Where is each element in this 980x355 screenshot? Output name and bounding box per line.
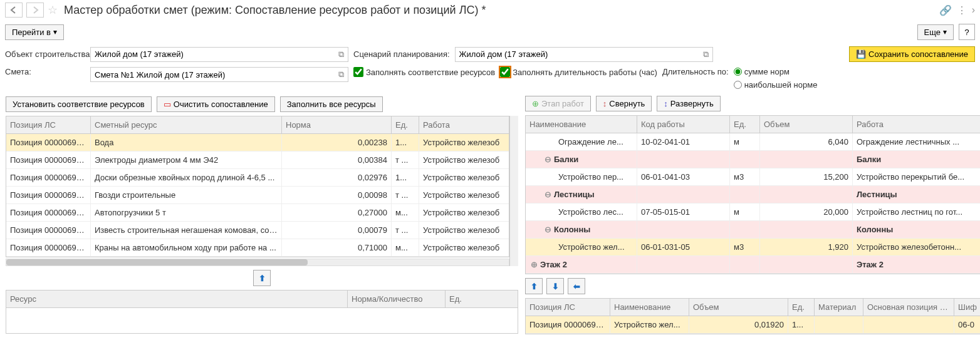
th-pos-b[interactable]: Позиция ЛС	[526, 299, 610, 316]
fill-resources-checkbox[interactable]	[353, 67, 363, 77]
set-mapping-button[interactable]: Установить соответствие ресурсов	[6, 96, 152, 112]
clear-mapping-button[interactable]: ▭ Очистить сопоставление	[157, 96, 275, 112]
table-row[interactable]: Устройство лес...07-05-015-01м20,000Устр…	[526, 203, 980, 221]
object-input[interactable]	[95, 49, 336, 59]
save-mapping-button[interactable]: 💾 Сохранить сопоставление	[849, 46, 975, 62]
th-name-b[interactable]: Наименование	[610, 299, 689, 316]
open-icon[interactable]: ⧉	[701, 49, 709, 59]
estimate-input[interactable]	[95, 70, 336, 80]
page-title: Мастер обработки смет (режим: Сопоставле…	[64, 4, 936, 17]
move-up-button[interactable]: ⬆	[253, 270, 271, 286]
form-row-1: Объект строительства: ⧉ Сценарий планиро…	[0, 44, 980, 64]
th-resource[interactable]: Ресурс	[6, 291, 348, 307]
move-up-button-r[interactable]: ⬆	[525, 278, 543, 294]
cell-work: Устройство железоб	[419, 204, 509, 221]
th-name[interactable]: Наименование	[526, 116, 637, 133]
fill-all-button[interactable]: Заполнить все ресурсы	[280, 96, 383, 112]
link-icon[interactable]: 🔗	[939, 4, 952, 16]
table-row[interactable]: Позиция 00000693...Электроды диаметром 4…	[6, 152, 509, 169]
right-table: Наименование Код работы Ед. Объем Работа…	[525, 115, 980, 274]
collapse-icon[interactable]: ⊖	[545, 155, 551, 164]
cell-vol	[760, 221, 853, 238]
fill-duration-check[interactable]: Заполнять длительность работы (час)	[500, 67, 657, 77]
collapse-icon[interactable]: ⊖	[545, 190, 551, 199]
kebab-icon[interactable]: ⋮	[957, 4, 967, 16]
goto-button[interactable]: Перейти в ▾	[5, 24, 64, 40]
th-res[interactable]: Сметный ресурс	[91, 116, 282, 133]
favorite-icon[interactable]: ☆	[48, 3, 58, 17]
max-norm-radio-wrap[interactable]: наибольшей норме	[734, 80, 818, 90]
move-double-left-button[interactable]: ⬅	[568, 278, 585, 294]
group-row[interactable]: ⊖ЛестницыЛестницы	[526, 186, 980, 203]
group-row[interactable]: ⊖КолонныКолонны	[526, 221, 980, 239]
th-work[interactable]: Работа	[853, 116, 980, 133]
cell-norm: 0,00098	[282, 187, 392, 203]
scenario-input[interactable]	[459, 49, 701, 59]
table-row[interactable]: Позиция 00000693...Автопогрузчики 5 т0,2…	[6, 204, 509, 222]
cell-vol: 6,040	[760, 133, 853, 150]
th-vol[interactable]: Объем	[760, 116, 853, 133]
group-row[interactable]: ⊕Этаж 2Этаж 2	[526, 256, 980, 274]
main-split: Установить соответствие ресурсов ▭ Очист…	[0, 92, 980, 334]
titlebar: ☆ Мастер обработки смет (режим: Сопостав…	[0, 0, 980, 20]
estimate-field[interactable]: ⧉	[90, 67, 348, 82]
table-row[interactable]: Позиция 00000693...Гвозди строительные0,…	[6, 187, 509, 204]
cell-code: 10-02-041-01	[637, 133, 730, 150]
group-row[interactable]: ⊖БалкиБалки	[526, 151, 980, 168]
move-down-button-r[interactable]: ⬇	[546, 278, 564, 294]
chevron-right-icon[interactable]: ›	[972, 4, 975, 16]
left-pane: Установить соответствие ресурсов ▭ Очист…	[5, 92, 519, 334]
open-icon[interactable]: ⧉	[336, 49, 344, 59]
scenario-field[interactable]: ⧉	[455, 47, 713, 62]
vertical-scrollbar[interactable]	[509, 116, 518, 266]
cell-pos: Позиция 00000693...	[6, 134, 91, 151]
th-unit2[interactable]: Ед.	[446, 291, 518, 307]
th-unit[interactable]: Ед.	[392, 116, 419, 133]
th-pos[interactable]: Позиция ЛС	[6, 116, 91, 133]
bottom-row[interactable]: Позиция 00000693... Устройство жел... 0,…	[526, 316, 980, 334]
cell-res: Вода	[91, 134, 282, 151]
cell-vol	[760, 186, 853, 203]
collapse-icon[interactable]: ⊖	[545, 225, 551, 234]
th-norm[interactable]: Норма	[282, 116, 392, 133]
table-row[interactable]: Позиция 00000693...Вода0,002381...Устрой…	[6, 134, 509, 152]
th-unit-b[interactable]: Ед.	[788, 299, 815, 316]
right-pane: ⊕ Этап работ ↕ Свернуть ↕ Развернуть Наи…	[525, 92, 980, 334]
cell-mat	[815, 316, 863, 333]
back-button[interactable]	[5, 3, 23, 18]
th-main-b[interactable]: Основная позиция ЛС	[863, 299, 954, 316]
cell-vol	[760, 256, 853, 273]
expand-button[interactable]: ↕ Развернуть	[657, 96, 720, 111]
object-field[interactable]: ⧉	[90, 47, 348, 62]
table-row[interactable]: Устройство жел...06-01-031-05м31,920Устр…	[526, 239, 980, 256]
sum-norm-radio[interactable]	[734, 68, 742, 76]
sum-norm-radio-wrap[interactable]: сумме норм	[734, 67, 818, 76]
th-norm-qty[interactable]: Норма/Количество	[348, 291, 446, 307]
help-button[interactable]: ?	[959, 24, 975, 40]
right-button-row: ⊕ Этап работ ↕ Свернуть ↕ Развернуть	[525, 92, 980, 115]
th-vol-b[interactable]: Объем	[689, 299, 788, 316]
open-icon[interactable]: ⧉	[336, 69, 344, 80]
th-mat-b[interactable]: Материал	[815, 299, 863, 316]
cell-work: Устройство железоб	[419, 169, 509, 186]
stage-button[interactable]: ⊕ Этап работ	[525, 96, 591, 111]
max-norm-radio[interactable]	[734, 81, 742, 89]
table-row[interactable]: Позиция 00000693...Известь строительная …	[6, 222, 509, 239]
th-work[interactable]: Работа	[419, 116, 509, 133]
forward-button[interactable]	[26, 3, 44, 18]
table-row[interactable]: Позиция 00000693...Доски обрезные хвойны…	[6, 169, 509, 187]
table-row[interactable]: Ограждение ле...10-02-041-01м6,040Огражд…	[526, 133, 980, 151]
expand-icon[interactable]: ⊕	[531, 260, 538, 269]
fill-duration-checkbox[interactable]	[500, 67, 510, 77]
th-code[interactable]: Код работы	[637, 116, 730, 133]
arrow-down-icon: ⬇	[552, 282, 559, 291]
table-row[interactable]: Позиция 00000693...Краны на автомобильно…	[6, 239, 509, 257]
cell-work: Устройство железоб	[419, 134, 509, 151]
th-unit[interactable]: Ед.	[730, 116, 760, 133]
table-row[interactable]: Устройство пер...06-01-041-03м315,200Уст…	[526, 168, 980, 186]
th-code-b[interactable]: Шиф	[954, 299, 980, 316]
collapse-button[interactable]: ↕ Свернуть	[596, 96, 652, 111]
horizontal-scrollbar[interactable]	[6, 259, 509, 266]
more-button[interactable]: Еще ▾	[917, 24, 954, 40]
fill-resources-check[interactable]: Заполнять соответствие ресурсов	[353, 67, 495, 77]
